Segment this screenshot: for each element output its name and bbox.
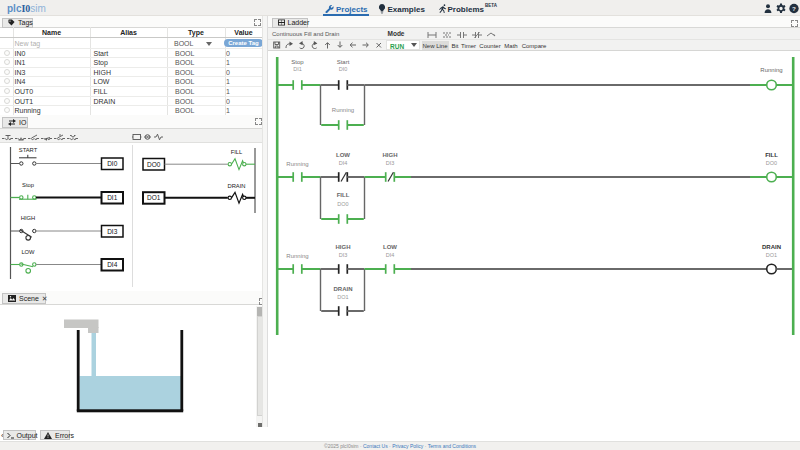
- svg-text:DO0: DO0: [147, 161, 161, 168]
- svg-text:LOW: LOW: [21, 249, 35, 255]
- svg-text:Stop: Stop: [22, 182, 34, 188]
- svg-text:Running: Running: [760, 67, 782, 73]
- svg-text:DO1: DO1: [337, 294, 348, 300]
- svg-text:Running: Running: [332, 107, 354, 113]
- svg-text:DRAIN: DRAIN: [334, 286, 353, 292]
- svg-text:DI3: DI3: [107, 228, 118, 235]
- svg-text:DI1: DI1: [293, 66, 302, 72]
- svg-text:DO1: DO1: [147, 194, 161, 201]
- svg-text:DI4: DI4: [386, 252, 395, 258]
- svg-text:DI1: DI1: [107, 194, 118, 201]
- svg-text:DI4: DI4: [339, 160, 348, 166]
- svg-text:FILL: FILL: [765, 152, 778, 158]
- svg-text:HIGH: HIGH: [336, 244, 351, 250]
- svg-text:DI3: DI3: [386, 160, 395, 166]
- svg-text:Start: Start: [337, 59, 350, 65]
- svg-text:Running: Running: [286, 253, 308, 259]
- svg-text:DI4: DI4: [107, 261, 118, 268]
- svg-text:DI0: DI0: [107, 160, 118, 167]
- svg-text:Stop: Stop: [291, 59, 304, 65]
- svg-text:?: ?: [792, 5, 796, 12]
- svg-text:DO1: DO1: [766, 252, 777, 258]
- svg-text:LOW: LOW: [336, 152, 350, 158]
- svg-text:HIGH: HIGH: [21, 215, 36, 221]
- svg-text:DRAIN: DRAIN: [227, 183, 245, 189]
- svg-text:FILL: FILL: [231, 149, 243, 155]
- svg-text:START: START: [19, 147, 38, 153]
- svg-text:FILL: FILL: [337, 192, 350, 198]
- svg-text:LOW: LOW: [383, 244, 397, 250]
- svg-text:HIGH: HIGH: [383, 152, 398, 158]
- svg-text:DRAIN: DRAIN: [762, 244, 781, 250]
- svg-text:DI3: DI3: [339, 252, 348, 258]
- svg-text:DO0: DO0: [337, 201, 348, 207]
- svg-text:Running: Running: [286, 161, 308, 167]
- svg-text:DI0: DI0: [339, 66, 348, 72]
- svg-text:DO0: DO0: [766, 160, 777, 166]
